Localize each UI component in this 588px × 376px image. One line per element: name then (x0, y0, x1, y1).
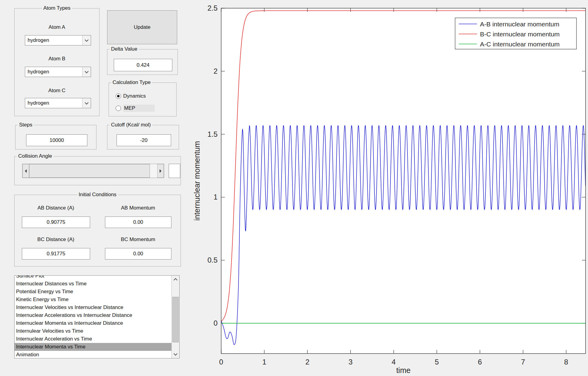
scrollbar-thumb[interactable] (172, 297, 179, 342)
collision-angle-slider[interactable] (22, 164, 164, 178)
arrow-down-icon (174, 352, 177, 356)
list-item[interactable]: Animation (15, 351, 171, 358)
plot-type-listbox[interactable]: Surface Plot Internuclear Distances vs T… (14, 275, 180, 358)
radio-dynamics[interactable]: Dynamics (116, 93, 146, 99)
y-tick-label: 1 (214, 193, 218, 201)
delta-value-title: Delta Value (110, 46, 139, 52)
x-tick-label: 0 (219, 358, 223, 366)
ab-distance-field[interactable]: 0.90775 (22, 217, 90, 228)
x-tick-label: 8 (564, 358, 568, 366)
list-item[interactable]: Internuclear Accelerations vs Internucle… (15, 311, 171, 319)
list-item[interactable]: Surface Plot (15, 275, 171, 280)
collision-angle-field[interactable] (169, 164, 180, 178)
arrow-up-icon (174, 278, 177, 282)
legend-label: B-C internuclear momentum (480, 31, 560, 38)
slider-right-arrow-button[interactable] (157, 164, 164, 178)
list-item[interactable]: Potential Energy vs Time (15, 288, 171, 296)
chevron-down-icon (85, 38, 89, 42)
x-axis-label: time (396, 366, 411, 374)
list-item-selected[interactable]: Internuclear Momenta vs Time (15, 343, 171, 351)
y-tick-label: 2 (214, 67, 218, 75)
delta-value-field[interactable]: 0.424 (114, 59, 172, 71)
initial-conditions-title: Initial Conditions (77, 192, 118, 198)
chart-canvas: 01234567800.511.522.5timeinternuclear mo… (191, 0, 588, 376)
slider-track[interactable] (150, 164, 157, 178)
scroll-up-button[interactable] (172, 276, 179, 283)
steps-field[interactable]: 10000 (26, 134, 87, 146)
bc-distance-label: BC Distance (A) (37, 237, 74, 243)
atom-a-dropdown-button[interactable] (82, 35, 91, 45)
chevron-down-icon (85, 69, 89, 73)
y-tick-label: 2.5 (208, 4, 218, 12)
slider-left-arrow-button[interactable] (22, 164, 29, 178)
list-item[interactable]: Internuclear Velocities vs Internuclear … (15, 304, 171, 311)
delta-value-group: Delta Value 0.424 (107, 49, 178, 75)
bc-momentum-label: BC Momentum (121, 237, 155, 243)
y-axis-label: internuclear momentum (193, 141, 201, 221)
atom-a-label: Atom A (49, 24, 65, 30)
cutoff-field[interactable]: -20 (117, 134, 171, 146)
atom-c-label: Atom C (48, 88, 66, 94)
plot-type-list: Surface Plot Internuclear Distances vs T… (15, 275, 171, 358)
app-window: Atom Types Atom A hydrogen Atom B hydrog… (0, 0, 588, 376)
y-tick-label: 0.5 (208, 256, 218, 264)
atom-b-select[interactable]: hydrogen (25, 67, 91, 77)
list-item[interactable]: Kinetic Energy vs Time (15, 296, 171, 304)
list-item[interactable]: Internuclear Momenta vs Internuclear Dis… (15, 319, 171, 327)
x-tick-label: 7 (521, 358, 525, 366)
cutoff-title: Cutoff (Kcal/ mol) (110, 122, 152, 128)
slider-thumb[interactable] (29, 164, 150, 178)
x-tick-label: 4 (392, 358, 396, 366)
list-scrollbar[interactable] (171, 276, 179, 358)
bc-distance-field[interactable]: 0.91775 (22, 248, 90, 260)
atom-c-value: hydrogen (25, 98, 82, 108)
x-tick-label: 1 (262, 358, 266, 366)
chevron-down-icon (85, 101, 89, 105)
list-item[interactable]: Internuclear Acceleration vs Time (15, 335, 171, 343)
atom-c-dropdown-button[interactable] (82, 98, 91, 108)
list-item[interactable]: Internuclear Distances vs Time (15, 280, 171, 288)
scroll-down-button[interactable] (172, 351, 179, 358)
atom-b-dropdown-button[interactable] (82, 67, 91, 77)
y-tick-label: 1.5 (208, 130, 218, 138)
calculation-type-group: Calculation Type Dynamics MEP (109, 82, 177, 116)
atom-types-group: Atom Types Atom A hydrogen Atom B hydrog… (14, 8, 100, 116)
collision-angle-group: Collision Angle (14, 156, 181, 185)
list-item[interactable]: Internulear Velocities vs Time (15, 327, 171, 335)
initial-conditions-group: Initial Conditions AB Distance (A) AB Mo… (14, 195, 181, 267)
collision-angle-title: Collision Angle (17, 153, 54, 159)
calculation-type-title: Calculation Type (111, 79, 152, 86)
y-tick-label: 0 (214, 319, 218, 327)
arrow-left-icon (25, 169, 27, 173)
arrow-right-icon (160, 169, 161, 173)
x-tick-label: 6 (478, 358, 482, 366)
update-button[interactable]: Update (107, 10, 177, 44)
bc-momentum-field[interactable]: 0.00 (105, 248, 171, 260)
atom-b-value: hydrogen (25, 67, 82, 77)
ab-distance-label: AB Distance (A) (38, 205, 74, 211)
radio-mep-label: MEP (123, 105, 155, 112)
atom-a-value: hydrogen (25, 35, 82, 45)
ab-momentum-label: AB Momentum (121, 205, 155, 211)
steps-title: Steps (18, 122, 34, 128)
radio-dynamics-circle[interactable] (116, 93, 121, 99)
chart-area: 01234567800.511.522.5timeinternuclear mo… (191, 0, 588, 376)
atom-types-title: Atom Types (42, 5, 72, 11)
atom-c-select[interactable]: hydrogen (25, 98, 91, 108)
x-tick-label: 5 (435, 358, 439, 366)
cutoff-group: Cutoff (Kcal/ mol) -20 (107, 125, 179, 149)
x-tick-label: 2 (306, 358, 309, 366)
legend-label: A-C internuclear momentum (480, 41, 560, 48)
atom-a-select[interactable]: hydrogen (25, 35, 91, 45)
radio-mep[interactable]: MEP (116, 105, 155, 112)
radio-mep-circle[interactable] (116, 106, 121, 111)
x-tick-label: 3 (349, 358, 353, 366)
radio-dynamics-label: Dynamics (123, 93, 146, 99)
legend-label: A-B internuclear momentum (480, 21, 559, 28)
ab-momentum-field[interactable]: 0.00 (105, 217, 171, 228)
steps-group: Steps 10000 (15, 125, 96, 149)
atom-b-label: Atom B (49, 56, 66, 62)
